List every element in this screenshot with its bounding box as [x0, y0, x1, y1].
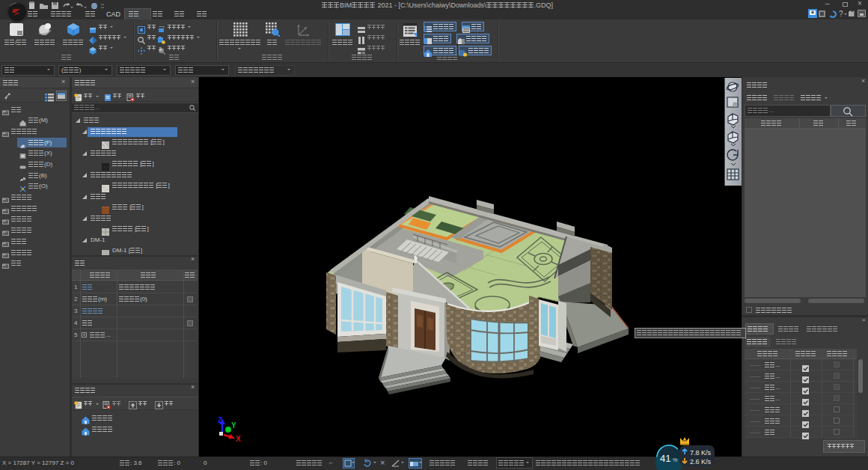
svg-text:7.8 K/s: 7.8 K/s [690, 449, 712, 457]
svg-text:Y: Y [231, 421, 236, 430]
svg-text:Z: Z [218, 416, 222, 424]
svg-text:2D: 2D [733, 102, 738, 106]
svg-text:?: ? [839, 10, 843, 18]
svg-text:%: % [673, 457, 677, 463]
svg-text:2.6 K/s: 2.6 K/s [690, 458, 712, 466]
svg-text:41: 41 [660, 453, 670, 464]
svg-text:X: X [236, 435, 241, 443]
